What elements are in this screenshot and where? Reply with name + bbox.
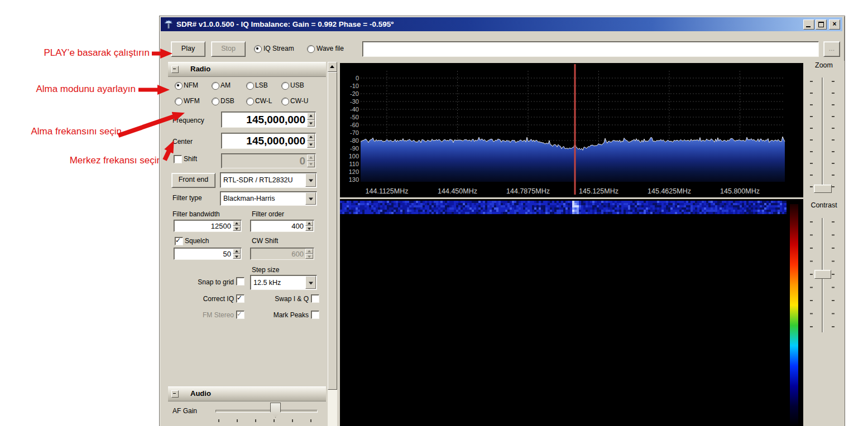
- stop-button[interactable]: Stop: [211, 41, 246, 57]
- frequency-spin-up[interactable]: [307, 113, 315, 120]
- shift-label: Shift: [184, 155, 197, 163]
- swap-iq-label: Swap I & Q: [255, 295, 309, 303]
- center-spin-down[interactable]: [307, 141, 315, 148]
- center-input[interactable]: 145,000,000: [221, 133, 316, 149]
- mode-label-am: AM: [220, 81, 231, 89]
- file-path-input[interactable]: [362, 41, 819, 57]
- mode-radio-cwu[interactable]: [281, 98, 289, 105]
- display-area: 0-10-20-30-40-50-60-70-80-90100110120130…: [340, 63, 803, 426]
- cw-shift-label: CW Shift: [252, 237, 278, 245]
- zoom-label: Zoom: [803, 61, 845, 69]
- squelch-checkbox[interactable]: [175, 237, 183, 245]
- mode-radio-cwl[interactable]: [246, 98, 254, 105]
- scrollbar-thumb[interactable]: [328, 72, 337, 390]
- scroll-up-button[interactable]: [328, 62, 337, 72]
- spectrum-display[interactable]: 0-10-20-30-40-50-60-70-80-90100110120130…: [340, 63, 787, 197]
- contrast-slider-thumb[interactable]: [814, 270, 831, 279]
- mode-label-dsb: DSB: [220, 97, 234, 105]
- audio-section-header[interactable]: Audio: [168, 386, 326, 401]
- fm-stereo-label: FM Stereo: [179, 311, 234, 319]
- mode-label-cwl: CW-L: [255, 97, 272, 105]
- mode-radio-wfm[interactable]: [175, 98, 183, 105]
- waterfall-display[interactable]: [340, 199, 787, 426]
- antenna-icon: [164, 20, 173, 29]
- svg-text:-30: -30: [350, 98, 359, 105]
- filter-type-select[interactable]: Blackman-Harris: [220, 191, 317, 206]
- svg-text:120: 120: [349, 168, 359, 175]
- chevron-down-icon[interactable]: [305, 173, 316, 187]
- window-title: SDR# v1.0.0.500 - IQ Imbalance: Gain = 0…: [176, 20, 394, 28]
- intensity-legend: [790, 204, 798, 426]
- squelch-input[interactable]: 50: [174, 248, 242, 260]
- step-size-select[interactable]: 12.5 kHz: [250, 275, 317, 290]
- annotation-play: PLAY’e basarak çalıştırın: [16, 47, 150, 59]
- close-button[interactable]: ×: [829, 20, 840, 30]
- correct-iq-label: Correct IQ: [179, 295, 234, 303]
- svg-text:130: 130: [349, 176, 359, 183]
- collapse-icon[interactable]: [171, 390, 179, 398]
- chevron-down-icon[interactable]: [305, 192, 316, 205]
- swap-iq-checkbox[interactable]: [311, 294, 319, 303]
- maximize-button[interactable]: [816, 20, 827, 30]
- maximize-icon: [818, 22, 824, 27]
- svg-text:-60: -60: [350, 122, 359, 128]
- mode-radio-dsb[interactable]: [212, 98, 219, 105]
- af-gain-thumb[interactable]: [270, 403, 281, 418]
- titlebar[interactable]: SDR# v1.0.0.500 - IQ Imbalance: Gain = 0…: [161, 17, 842, 31]
- frequency-label: Frequency: [172, 117, 204, 124]
- svg-text:145.4625MHz: 145.4625MHz: [648, 187, 691, 195]
- filter-bandwidth-input[interactable]: 12500: [174, 220, 242, 232]
- iq-stream-label: IQ Stream: [263, 45, 294, 52]
- svg-text:100: 100: [349, 153, 359, 159]
- mode-label-nfm: NFM: [184, 81, 198, 89]
- af-gain-label: AF Gain: [172, 407, 197, 415]
- zoom-slider-thumb[interactable]: [814, 185, 832, 193]
- audio-section-title: Audio: [190, 389, 211, 398]
- snap-to-grid-label: Snap to grid: [179, 278, 234, 286]
- fm-stereo-checkbox[interactable]: [236, 311, 244, 319]
- frequency-input[interactable]: 145,000,000: [221, 112, 316, 128]
- mark-peaks-checkbox[interactable]: [311, 311, 319, 319]
- correct-iq-checkbox[interactable]: [236, 294, 244, 303]
- wave-file-radio[interactable]: [307, 45, 315, 53]
- svg-text:0: 0: [356, 75, 359, 81]
- shift-input[interactable]: 0: [221, 153, 316, 168]
- svg-text:-50: -50: [350, 114, 359, 120]
- svg-text:144.450MHz: 144.450MHz: [438, 187, 477, 195]
- step-size-label: Step size: [252, 266, 279, 274]
- zoom-slider[interactable]: [822, 78, 823, 189]
- cw-shift-input[interactable]: 600: [250, 248, 314, 260]
- svg-text:-40: -40: [350, 106, 359, 113]
- wave-file-label: Wave file: [316, 45, 344, 52]
- minimize-icon: [806, 26, 811, 27]
- panel-scrollbar[interactable]: [328, 62, 337, 426]
- svg-text:144.7875MHz: 144.7875MHz: [506, 187, 550, 195]
- filter-order-input[interactable]: 400: [250, 220, 314, 232]
- frequency-spin-down[interactable]: [307, 120, 315, 127]
- minimize-button[interactable]: [803, 20, 814, 30]
- mode-radio-nfm[interactable]: [175, 82, 183, 90]
- filter-type-label: Filter type: [172, 194, 202, 202]
- play-button[interactable]: Play: [171, 41, 205, 57]
- af-gain-slider[interactable]: [215, 410, 318, 413]
- front-end-button[interactable]: Front end: [171, 173, 215, 188]
- mode-radio-usb[interactable]: [281, 82, 289, 90]
- browse-button[interactable]: ...: [823, 41, 840, 57]
- svg-text:-10: -10: [350, 83, 359, 89]
- collapse-icon[interactable]: [171, 66, 179, 73]
- front-end-select[interactable]: RTL-SDR / RTL2832U: [220, 172, 317, 188]
- shift-checkbox[interactable]: [174, 155, 182, 163]
- svg-text:144.1125MHz: 144.1125MHz: [366, 187, 409, 195]
- chevron-down-icon[interactable]: [305, 276, 316, 289]
- page: PLAY’e basarak çalıştırın Alma modunu ay…: [0, 0, 868, 426]
- svg-text:-70: -70: [350, 129, 359, 136]
- radio-section-header[interactable]: Radio: [168, 62, 326, 77]
- sdr-window: SDR# v1.0.0.500 - IQ Imbalance: Gain = 0…: [159, 16, 845, 426]
- snap-to-grid-checkbox[interactable]: [236, 277, 244, 285]
- svg-text:-90: -90: [350, 145, 359, 152]
- mode-radio-am[interactable]: [212, 82, 219, 90]
- mode-radio-lsb[interactable]: [246, 82, 254, 90]
- iq-stream-radio[interactable]: [254, 45, 262, 53]
- center-spin-up[interactable]: [307, 134, 315, 141]
- svg-text:145.800MHz: 145.800MHz: [720, 187, 760, 195]
